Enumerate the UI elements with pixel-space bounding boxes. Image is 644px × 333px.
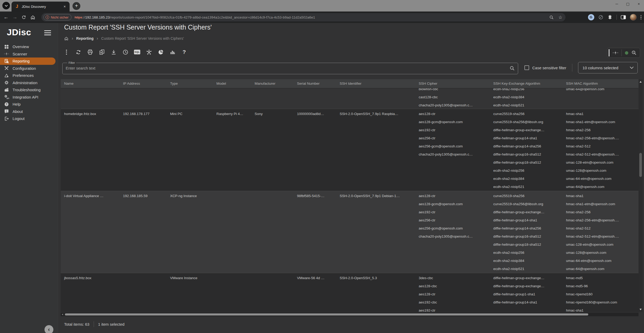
kebab-menu-icon[interactable]	[63, 49, 70, 55]
reload-icon[interactable]	[19, 15, 28, 20]
side-panel-icon[interactable]	[621, 15, 626, 20]
cell-name: jbossas5.fritz.box	[61, 274, 120, 312]
report-toolbar: SQL ?	[63, 48, 187, 56]
browser-menu-icon[interactable]	[641, 15, 642, 20]
cell-macs: hmac-sha1hmac-sha1-etm@openssh.comhmac-s…	[563, 110, 639, 191]
column-header-ciphers[interactable]: SSH Cipher	[415, 79, 490, 88]
sidebar-item-reporting[interactable]: Reporting	[0, 58, 55, 65]
security-chip[interactable]: ! Nicht sicher	[43, 14, 71, 20]
g-extension-icon[interactable]: G	[588, 14, 594, 20]
status-bar: Total items: 63 1 item selected	[64, 320, 125, 328]
discovery-crosshair-icon[interactable]	[613, 51, 618, 55]
search-icon[interactable]	[509, 66, 515, 71]
forward-icon[interactable]: →	[10, 14, 19, 20]
bar-chart-icon[interactable]	[169, 49, 176, 55]
cell-ssh_identifier: SSH-2.0-OpenSSH_7.9p1 Debian-1…	[336, 192, 415, 273]
scroll-left-arrow[interactable]	[62, 314, 63, 315]
breadcrumb-home-icon[interactable]	[64, 36, 69, 41]
sidebar-collapse-button[interactable]: ‹	[44, 325, 53, 333]
sidebar-item-help[interactable]: ?Help	[0, 101, 58, 108]
column-header-type[interactable]: Type	[167, 79, 213, 88]
sidebar-item-overview[interactable]: Overview	[0, 43, 58, 50]
search-history-icon[interactable]	[631, 50, 637, 55]
column-header-kex[interactable]: SSH Key-Exchange Algorithm	[490, 79, 563, 88]
sidebar-item-preferences[interactable]: Preferences	[0, 72, 58, 79]
browser-extension-area: G	[588, 13, 642, 21]
new-tab-button[interactable]: +	[72, 2, 80, 10]
sidebar-item-troubleshooting[interactable]: Troubleshooting	[0, 86, 58, 94]
back-icon[interactable]: ←	[2, 14, 10, 20]
sql-icon[interactable]: SQL	[134, 49, 140, 55]
about-icon: i	[4, 109, 9, 114]
column-header-model[interactable]: Model	[213, 79, 251, 88]
filter-row: Filter Case sensitive filter 10 columns …	[62, 61, 638, 74]
profile-avatar[interactable]	[630, 14, 637, 21]
sidebar-item-about[interactable]: iAbout	[0, 108, 58, 115]
vertical-scrollbar[interactable]	[639, 79, 643, 312]
status-dot	[625, 51, 628, 55]
jdisc-logo: JDisc	[7, 27, 31, 37]
cell-kex: curve25519-sha256curve25519-sha256@libss…	[490, 110, 563, 191]
scroll-down-arrow[interactable]	[640, 309, 642, 310]
scroll-up-arrow[interactable]	[640, 81, 642, 83]
refresh-icon[interactable]	[75, 49, 81, 55]
window-minimize-icon[interactable]: ─	[615, 2, 619, 6]
horizontal-scrollbar-thumb[interactable]	[65, 313, 588, 315]
case-sensitive-checkbox[interactable]	[524, 65, 529, 70]
help-icon[interactable]: ?	[181, 49, 187, 55]
cell-macs: umac-64@openssh.com	[563, 88, 639, 109]
browser-tab[interactable]: J JDisc Discovery ×	[12, 2, 70, 12]
cell-type: XCP-ng Instance	[167, 192, 213, 273]
cell-type: VMware Instance	[167, 274, 213, 312]
case-sensitive-checkbox-group[interactable]: Case sensitive filter	[524, 65, 566, 70]
column-header-manufacturer[interactable]: Manufacturer	[251, 79, 294, 88]
horizontal-scrollbar[interactable]	[61, 313, 639, 316]
url-path: /reports/custom-report/104?bid=9082cfca-…	[110, 15, 315, 19]
breadcrumb-reporting[interactable]: Reporting	[76, 36, 93, 41]
tab-close-icon[interactable]: ×	[62, 4, 67, 9]
column-header-ssh_identifier[interactable]: SSH Identifier	[336, 79, 415, 88]
schedule-icon[interactable]	[122, 49, 128, 55]
table-row[interactable]: homebridge.fritz.box192.168.178.177Mini …	[61, 109, 639, 191]
home-icon[interactable]	[28, 15, 37, 20]
search-input[interactable]	[66, 64, 509, 72]
download-icon[interactable]	[110, 49, 117, 55]
window-maximize-icon[interactable]: ▢	[626, 2, 630, 6]
sidebar-item-label: Troubleshooting	[13, 88, 41, 92]
cell-kex: ecdh-sha2-nistp256ecdh-sha2-nistp384ecdh…	[490, 88, 563, 109]
sidebar-item-scanner[interactable]: Scanner	[0, 50, 58, 58]
extensions-puzzle-icon[interactable]	[607, 15, 613, 20]
table-row[interactable]: i-doit Virtual Appliance …192.168.185.59…	[61, 191, 639, 273]
sidebar-item-administration[interactable]: Administration	[0, 79, 58, 87]
url-text: https://192.168.185.23/reports/custom-re…	[75, 15, 547, 19]
process-icon[interactable]	[146, 49, 152, 55]
column-header-ip[interactable]: IP Address	[120, 79, 167, 88]
bookmark-star-icon[interactable]: ☆	[558, 15, 562, 20]
hamburger-menu-icon[interactable]	[44, 29, 51, 35]
troubleshooting-icon	[4, 87, 9, 93]
print-icon[interactable]	[87, 49, 93, 55]
table-header: NameIP AddressTypeModelManufacturerSeria…	[61, 79, 639, 88]
cell-ciphers: aes128-ctraes128-gcm@openssh.comaes192-c…	[415, 192, 490, 273]
mini-toolbar-handle[interactable]	[609, 49, 609, 56]
sidebar-item-logout[interactable]: Logout	[0, 115, 58, 122]
cell-model	[213, 274, 251, 312]
sidebar-item-configuration[interactable]: Configuration	[0, 65, 58, 72]
column-header-serial[interactable]: Serial Number	[294, 79, 336, 88]
column-header-name[interactable]: Name	[61, 79, 120, 88]
table-row[interactable]: jbossas5.fritz.boxVMware InstanceVMware-…	[61, 273, 639, 312]
zoom-icon[interactable]	[549, 15, 554, 20]
sidebar-item-label: Integration API	[13, 95, 38, 99]
url-address-field[interactable]: ! Nicht sicher https://192.168.185.23/re…	[41, 13, 565, 21]
column-header-macs[interactable]: SSH MAC Algorithm	[563, 79, 639, 88]
table-row[interactable]: blowfish-cbccast128-cbcchacha20-poly1305…	[61, 88, 639, 109]
columns-select[interactable]: 10 columns selected	[578, 62, 638, 73]
duplicate-report-icon[interactable]	[99, 49, 105, 55]
blocked-extension-icon[interactable]	[598, 15, 603, 20]
tab-search-chevron-icon[interactable]	[2, 2, 10, 9]
cell-name: i-doit Virtual Appliance …	[61, 192, 120, 273]
window-close-icon[interactable]: ×	[637, 2, 641, 6]
sidebar-item-integration-api[interactable]: APIIntegration API	[0, 94, 58, 101]
vertical-scrollbar-thumb[interactable]	[639, 153, 642, 177]
pie-chart-icon[interactable]	[158, 49, 164, 55]
